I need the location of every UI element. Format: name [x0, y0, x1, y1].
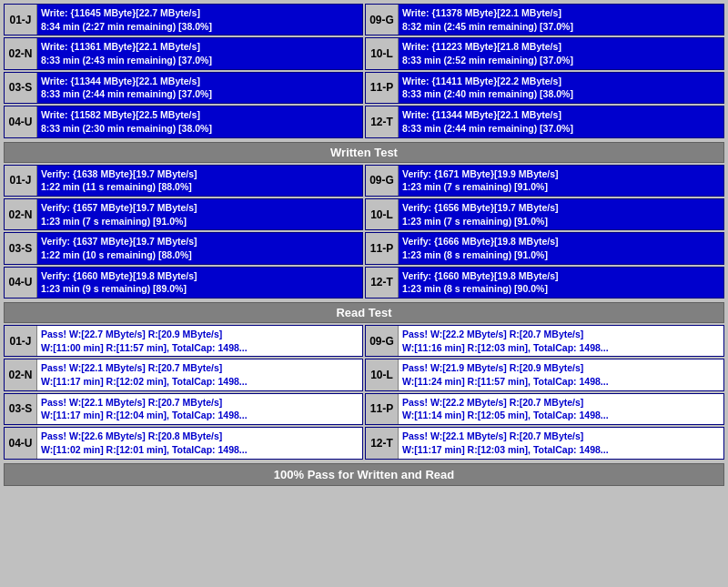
device-label: 01-J	[5, 5, 37, 35]
pass-label: 12-T	[366, 428, 399, 458]
pass-info: Pass! W:[22.2 MByte/s] R:[20.7 MByte/s]W…	[399, 326, 723, 356]
pass-label: 04-U	[5, 428, 37, 458]
pass-cell-10l: 10-L Pass! W:[21.9 MByte/s] R:[20.9 MByt…	[365, 359, 724, 390]
device-info: Verify: {1660 MByte}[19.8 MByte/s]1:23 m…	[399, 268, 723, 298]
device-label: 04-U	[5, 106, 37, 137]
device-info: Verify: {1666 MByte}[19.8 MByte/s]1:23 m…	[399, 233, 723, 263]
device-info: Write: {11378 MByte}[22.1 MByte/s]8:32 m…	[399, 5, 723, 35]
device-label: 10-L	[366, 199, 399, 229]
write-grid: 01-J Write: {11645 MByte}[22.7 MByte/s]8…	[4, 4, 724, 138]
read-test-label: Read Test	[4, 302, 724, 323]
pass-label: 01-J	[5, 326, 37, 356]
pass-cell-11p: 11-P Pass! W:[22.2 MByte/s] R:[20.7 MByt…	[365, 393, 724, 425]
device-info: Verify: {1660 MByte}[19.8 MByte/s]1:23 m…	[37, 268, 362, 298]
device-cell-02n: 02-N Verify: {1657 MByte}[19.7 MByte/s]1…	[4, 198, 363, 230]
device-label: 12-T	[366, 268, 399, 298]
device-info: Write: {11582 MByte}[22.5 MByte/s]8:33 m…	[37, 106, 362, 137]
device-cell-03s: 03-S Verify: {1637 MByte}[19.7 MByte/s]1…	[4, 232, 363, 264]
device-label: 04-U	[5, 268, 37, 298]
device-info: Write: {11223 MByte}[21.8 MByte/s]8:33 m…	[399, 38, 723, 68]
device-cell-12t: 12-T Write: {11344 MByte}[22.1 MByte/s]8…	[365, 106, 724, 137]
device-info: Verify: {1657 MByte}[19.7 MByte/s]1:23 m…	[37, 199, 362, 229]
read-grid: 01-J Pass! W:[22.7 MByte/s] R:[20.9 MByt…	[4, 325, 724, 460]
device-info: Verify: {1638 MByte}[19.7 MByte/s]1:22 m…	[37, 166, 362, 196]
device-label: 11-P	[366, 233, 399, 263]
pass-label: 03-S	[5, 394, 37, 424]
pass-info: Pass! W:[22.2 MByte/s] R:[20.7 MByte/s]W…	[399, 394, 723, 424]
device-label: 10-L	[366, 38, 399, 68]
written-test-label: Written Test	[4, 142, 724, 163]
device-label: 12-T	[366, 106, 399, 137]
pass-cell-02n: 02-N Pass! W:[22.1 MByte/s] R:[20.7 MByt…	[4, 359, 363, 390]
verify-section: 01-J Verify: {1638 MByte}[19.7 MByte/s]1…	[4, 165, 724, 299]
device-info: Write: {11361 MByte}[22.1 MByte/s]8:33 m…	[37, 38, 362, 68]
device-info: Verify: {1637 MByte}[19.7 MByte/s]1:22 m…	[37, 233, 362, 263]
device-cell-02n: 02-N Write: {11361 MByte}[22.1 MByte/s]8…	[4, 37, 363, 69]
pass-info: Pass! W:[22.1 MByte/s] R:[20.7 MByte/s]W…	[37, 359, 362, 390]
device-label: 02-N	[5, 38, 37, 68]
pass-cell-04u: 04-U Pass! W:[22.6 MByte/s] R:[20.8 MByt…	[4, 427, 363, 459]
device-info: Write: {11645 MByte}[22.7 MByte/s]8:34 m…	[37, 5, 362, 35]
pass-label: 10-L	[366, 359, 399, 390]
device-cell-11p: 11-P Verify: {1666 MByte}[19.8 MByte/s]1…	[365, 232, 724, 264]
device-cell-01j: 01-J Write: {11645 MByte}[22.7 MByte/s]8…	[4, 4, 363, 35]
pass-info: Pass! W:[22.6 MByte/s] R:[20.8 MByte/s]W…	[37, 428, 362, 458]
verify-grid: 01-J Verify: {1638 MByte}[19.7 MByte/s]1…	[4, 165, 724, 299]
pass-label: 11-P	[366, 394, 399, 424]
pass-info: Pass! W:[22.1 MByte/s] R:[20.7 MByte/s]W…	[37, 394, 362, 424]
device-cell-04u: 04-U Verify: {1660 MByte}[19.8 MByte/s]1…	[4, 267, 363, 299]
pass-label: 09-G	[366, 326, 399, 356]
pass-info: Pass! W:[22.7 MByte/s] R:[20.9 MByte/s]W…	[37, 326, 362, 356]
device-info: Verify: {1656 MByte}[19.7 MByte/s]1:23 m…	[399, 199, 723, 229]
write-section: 01-J Write: {11645 MByte}[22.7 MByte/s]8…	[4, 4, 724, 138]
read-section: 01-J Pass! W:[22.7 MByte/s] R:[20.9 MByt…	[4, 325, 724, 460]
device-cell-04u: 04-U Write: {11582 MByte}[22.5 MByte/s]8…	[4, 106, 363, 137]
pass-cell-12t: 12-T Pass! W:[22.1 MByte/s] R:[20.7 MByt…	[365, 427, 724, 459]
pass-label: 02-N	[5, 359, 37, 390]
device-info: Write: {11344 MByte}[22.1 MByte/s]8:33 m…	[37, 73, 362, 103]
device-label: 03-S	[5, 73, 37, 103]
device-info: Write: {11344 MByte}[22.1 MByte/s]8:33 m…	[399, 106, 723, 137]
device-cell-01j: 01-J Verify: {1638 MByte}[19.7 MByte/s]1…	[4, 165, 363, 197]
device-label: 03-S	[5, 233, 37, 263]
device-cell-10l: 10-L Write: {11223 MByte}[21.8 MByte/s]8…	[365, 37, 724, 69]
device-cell-09g: 09-G Write: {11378 MByte}[22.1 MByte/s]8…	[365, 4, 724, 35]
device-label: 09-G	[366, 5, 399, 35]
pass-cell-09g: 09-G Pass! W:[22.2 MByte/s] R:[20.7 MByt…	[365, 325, 724, 357]
device-cell-10l: 10-L Verify: {1656 MByte}[19.7 MByte/s]1…	[365, 198, 724, 230]
final-status: 100% Pass for Written and Read	[4, 463, 724, 486]
device-label: 01-J	[5, 166, 37, 196]
pass-cell-01j: 01-J Pass! W:[22.7 MByte/s] R:[20.9 MByt…	[4, 325, 363, 357]
main-container: 01-J Write: {11645 MByte}[22.7 MByte/s]8…	[0, 0, 728, 490]
pass-cell-03s: 03-S Pass! W:[22.1 MByte/s] R:[20.7 MByt…	[4, 393, 363, 425]
device-info: Write: {11411 MByte}[22.2 MByte/s]8:33 m…	[399, 73, 723, 103]
device-cell-11p: 11-P Write: {11411 MByte}[22.2 MByte/s]8…	[365, 72, 724, 104]
device-label: 02-N	[5, 199, 37, 229]
pass-info: Pass! W:[21.9 MByte/s] R:[20.9 MByte/s]W…	[399, 359, 723, 390]
device-cell-12t: 12-T Verify: {1660 MByte}[19.8 MByte/s]1…	[365, 267, 724, 299]
device-info: Verify: {1671 MByte}[19.9 MByte/s]1:23 m…	[399, 166, 723, 196]
device-label: 11-P	[366, 73, 399, 103]
device-cell-09g: 09-G Verify: {1671 MByte}[19.9 MByte/s]1…	[365, 165, 724, 197]
device-cell-03s: 03-S Write: {11344 MByte}[22.1 MByte/s]8…	[4, 72, 363, 104]
device-label: 09-G	[366, 166, 399, 196]
pass-info: Pass! W:[22.1 MByte/s] R:[20.7 MByte/s]W…	[399, 428, 723, 458]
